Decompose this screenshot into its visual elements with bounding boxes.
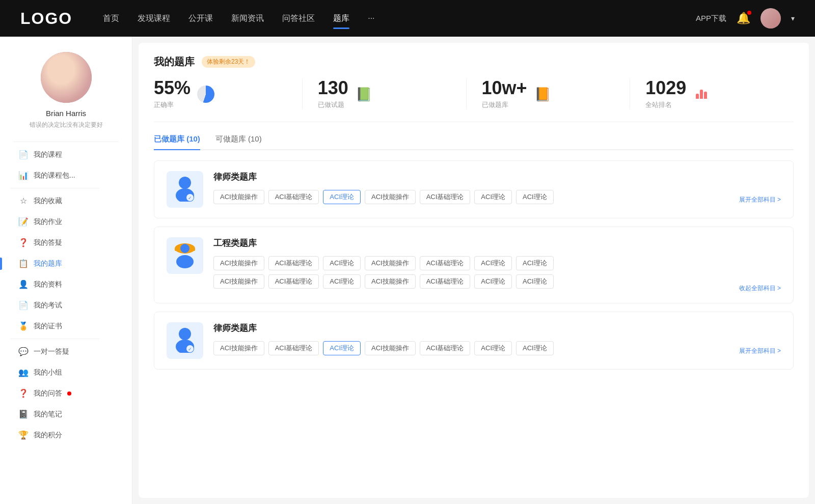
- nav-qbank[interactable]: 题库: [333, 11, 349, 26]
- sidebar-item-exam[interactable]: 📄 我的考试: [10, 295, 122, 316]
- sidebar-item-one-on-one[interactable]: 💬 一对一答疑: [10, 341, 122, 362]
- tag-aci-basic-2[interactable]: ACI基础理论: [420, 190, 471, 204]
- chat-icon: 💬: [18, 347, 29, 356]
- law2-tag-7[interactable]: ACI理论: [516, 341, 554, 355]
- eng-tag-12[interactable]: ACI基础理论: [420, 274, 471, 289]
- sidebar-divider-2: [10, 339, 99, 339]
- eng-tag-14[interactable]: ACI理论: [516, 274, 554, 289]
- sidebar-item-qbank[interactable]: 📋 我的题库: [10, 253, 122, 274]
- main-layout: Brian Harris 错误的决定比没有决定要好 📄 我的课程 📊 我的课程包…: [0, 37, 815, 504]
- stat-done-questions-label: 已做试题: [318, 100, 348, 109]
- qbank-icon-lawyer-2: ✓: [167, 322, 203, 359]
- eng-tag-11[interactable]: ACI技能操作: [365, 274, 416, 289]
- tag-aci-theory-1[interactable]: ACI理论: [323, 190, 361, 204]
- page-title: 我的题库: [154, 55, 195, 69]
- qa-badge: [67, 391, 71, 396]
- page-header: 我的题库 体验剩余23天！: [154, 55, 794, 69]
- svg-point-8: [176, 255, 194, 268]
- sidebar-item-my-course[interactable]: 📄 我的课程: [10, 144, 122, 165]
- avatar-image: [760, 8, 781, 29]
- svg-point-0: [179, 177, 191, 189]
- notification-bell-button[interactable]: 🔔: [737, 12, 750, 25]
- sidebar-motto: 错误的决定比没有决定要好: [30, 121, 103, 129]
- sidebar-label-points: 我的积分: [34, 431, 62, 440]
- nav-right: APP下载 🔔 ▾: [696, 8, 795, 29]
- nav-links: 首页 发现课程 公开课 新闻资讯 问答社区 题库 ···: [103, 11, 675, 26]
- qbank-card-1-name: 律师类题库: [213, 171, 781, 183]
- sidebar-label-qbank: 我的题库: [34, 259, 62, 268]
- eng-tag-3[interactable]: ACI理论: [323, 256, 361, 270]
- law2-tag-5[interactable]: ACI基础理论: [420, 341, 471, 355]
- app-download-button[interactable]: APP下载: [696, 14, 726, 23]
- sidebar-item-certificate[interactable]: 🏅 我的证书: [10, 316, 122, 337]
- expand-button-1[interactable]: 展开全部科目 >: [739, 195, 781, 204]
- law2-tag-2[interactable]: ACI基础理论: [268, 341, 319, 355]
- nav-home[interactable]: 首页: [103, 11, 119, 26]
- eng-tag-7[interactable]: ACI理论: [516, 256, 554, 270]
- tag-aci-basic-1[interactable]: ACI基础理论: [268, 190, 319, 204]
- sidebar-item-favorites[interactable]: ☆ 我的收藏: [10, 190, 122, 211]
- sidebar-item-notes[interactable]: 📓 我的笔记: [10, 404, 122, 425]
- tab-done-banks[interactable]: 已做题库 (10): [154, 134, 200, 149]
- law2-tag-4[interactable]: ACI技能操作: [365, 341, 416, 355]
- eng-tag-9[interactable]: ACI基础理论: [268, 274, 319, 289]
- tag-aci-theory-3[interactable]: ACI理论: [516, 190, 554, 204]
- sidebar-item-points[interactable]: 🏆 我的积分: [10, 425, 122, 445]
- stat-done-questions: 130 已做试题 📗: [303, 79, 467, 109]
- sidebar-item-group[interactable]: 👥 我的小组: [10, 362, 122, 383]
- homework-icon: 📝: [18, 217, 29, 227]
- qbank-card-1-tags: ACI技能操作 ACI基础理论 ACI理论 ACI技能操作 ACI基础理论 AC…: [213, 190, 554, 204]
- nav-qa[interactable]: 问答社区: [282, 11, 315, 26]
- eng-tag-4[interactable]: ACI技能操作: [365, 256, 416, 270]
- my-qa-icon: ❓: [18, 388, 29, 398]
- sidebar-item-my-qa[interactable]: ❓ 我的问答: [10, 383, 122, 404]
- sidebar-label-exam: 我的考试: [34, 301, 62, 310]
- eng-tag-1[interactable]: ACI技能操作: [213, 256, 264, 270]
- qbank-card-1-content: 律师类题库 ACI技能操作 ACI基础理论 ACI理论 ACI技能操作 ACI基…: [213, 171, 781, 204]
- collapse-button-2[interactable]: 收起全部科目 >: [739, 284, 781, 293]
- qbank-card-2-tags-row1: ACI技能操作 ACI基础理论 ACI理论 ACI技能操作 ACI基础理论 AC…: [213, 256, 781, 270]
- tabs-row: 已做题库 (10) 可做题库 (10): [154, 134, 794, 150]
- eng-tag-8[interactable]: ACI技能操作: [213, 274, 264, 289]
- eng-tag-13[interactable]: ACI理论: [474, 274, 512, 289]
- eng-tag-10[interactable]: ACI理论: [323, 274, 361, 289]
- eng-tag-6[interactable]: ACI理论: [474, 256, 512, 270]
- nav-more[interactable]: ···: [368, 12, 374, 25]
- tag-aci-skill-1[interactable]: ACI技能操作: [213, 190, 264, 204]
- stat-ranking-value: 1029: [645, 79, 686, 97]
- eng-tag-2[interactable]: ACI基础理论: [268, 256, 319, 270]
- stat-accuracy-label: 正确率: [154, 100, 191, 109]
- sidebar-item-homework[interactable]: 📝 我的作业: [10, 211, 122, 232]
- exam-icon: 📄: [18, 300, 29, 310]
- ranking-chart-icon: [692, 85, 711, 103]
- notes-icon: 📓: [18, 409, 29, 419]
- avatar-face: [41, 52, 92, 103]
- tag-aci-skill-2[interactable]: ACI技能操作: [365, 190, 416, 204]
- sidebar-item-course-package[interactable]: 📊 我的课程包...: [10, 165, 122, 186]
- sidebar-label-my-qa: 我的问答: [34, 389, 62, 398]
- sidebar-item-qa[interactable]: ❓ 我的答疑: [10, 232, 122, 253]
- sidebar-item-profile[interactable]: 👤 我的资料: [10, 274, 122, 295]
- stat-accuracy: 55% 正确率: [154, 79, 303, 109]
- nav-news[interactable]: 新闻资讯: [231, 11, 264, 26]
- engineer-svg-icon: [172, 241, 198, 270]
- qbank-card-engineer: 工程类题库 ACI技能操作 ACI基础理论 ACI理论 ACI技能操作 ACI基…: [154, 227, 794, 303]
- logo: LOGO: [20, 9, 72, 28]
- expand-button-3[interactable]: 展开全部科目 >: [739, 347, 781, 355]
- accuracy-chart-icon: [197, 85, 215, 103]
- law2-tag-3[interactable]: ACI理论: [323, 341, 361, 355]
- user-avatar[interactable]: [760, 8, 781, 29]
- eng-tag-5[interactable]: ACI基础理论: [420, 256, 471, 270]
- tab-todo-banks[interactable]: 可做题库 (10): [215, 134, 262, 149]
- qbank-icon-lawyer-1: ✓: [167, 171, 203, 208]
- law2-tag-6[interactable]: ACI理论: [474, 341, 512, 355]
- user-menu-chevron[interactable]: ▾: [791, 14, 795, 22]
- svg-point-9: [179, 328, 191, 340]
- tag-aci-theory-2[interactable]: ACI理论: [474, 190, 512, 204]
- law2-tag-1[interactable]: ACI技能操作: [213, 341, 264, 355]
- nav-discover[interactable]: 发现课程: [138, 11, 170, 26]
- stat-done-banks: 10w+ 已做题库 📙: [467, 79, 631, 109]
- stat-done-banks-value: 10w+: [482, 79, 527, 97]
- profile-icon: 👤: [18, 279, 29, 289]
- nav-open-course[interactable]: 公开课: [188, 11, 213, 26]
